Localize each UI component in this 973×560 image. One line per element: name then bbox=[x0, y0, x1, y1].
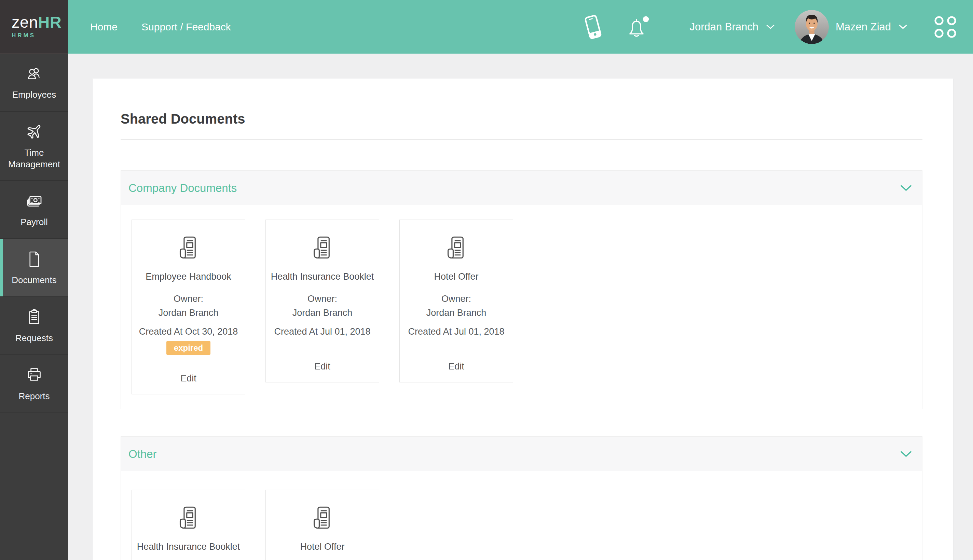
expired-badge: expired bbox=[166, 341, 210, 355]
owner-value: Jordan Branch bbox=[426, 308, 486, 318]
document-icon bbox=[174, 503, 203, 532]
user-menu[interactable]: Mazen Ziad bbox=[836, 21, 908, 33]
document-title: Employee Handbook bbox=[145, 271, 231, 283]
created-at: Created At Oct 30, 2018 bbox=[139, 327, 238, 337]
sidebar-item-time-management[interactable]: Time Management bbox=[0, 112, 68, 181]
topbar-right-cluster: Jordan Branch bbox=[586, 10, 973, 44]
sidebar-item-reports[interactable]: Reports bbox=[0, 355, 68, 413]
owner-label: Owner: bbox=[174, 294, 203, 304]
company-documents-header[interactable]: Company Documents bbox=[121, 171, 922, 205]
edit-link[interactable]: Edit bbox=[314, 361, 330, 372]
app-logo[interactable]: zenHR HRMS bbox=[0, 0, 68, 53]
section-title: Company Documents bbox=[129, 182, 237, 195]
document-title: Hotel Offer bbox=[300, 541, 344, 553]
logo-subtitle: HRMS bbox=[12, 32, 68, 39]
nav-support-feedback[interactable]: Support / Feedback bbox=[142, 21, 231, 33]
apps-grid-icon[interactable] bbox=[933, 15, 957, 39]
sidebar-item-employees[interactable]: Employees bbox=[0, 53, 68, 112]
logo-text: zenHR bbox=[12, 14, 68, 30]
requests-icon bbox=[24, 307, 44, 327]
time-management-icon bbox=[24, 122, 44, 142]
main-content: Shared Documents Company Documents bbox=[68, 53, 973, 560]
edit-link[interactable]: Edit bbox=[448, 361, 464, 372]
document-card: Hotel Offer Owner: Jordan Branch Created… bbox=[399, 220, 513, 382]
documents-icon bbox=[24, 249, 44, 269]
document-card: Employee Handbook Owner: Jordan Branch C… bbox=[132, 220, 245, 394]
sidebar-item-documents[interactable]: Documents bbox=[0, 239, 68, 297]
collapse-chevron-icon[interactable] bbox=[900, 185, 912, 192]
branch-name: Jordan Branch bbox=[689, 21, 758, 33]
notifications-bell-icon[interactable] bbox=[623, 16, 650, 38]
shared-documents-card: Shared Documents Company Documents bbox=[93, 78, 953, 560]
owner-value: Jordan Branch bbox=[292, 308, 352, 318]
document-icon bbox=[174, 233, 203, 262]
document-title: Hotel Offer bbox=[434, 271, 478, 283]
document-card: Health Insurance Booklet Owner: Jordan B… bbox=[265, 220, 379, 382]
chevron-down-icon bbox=[898, 24, 908, 30]
document-icon bbox=[442, 233, 471, 262]
collapse-chevron-icon[interactable] bbox=[900, 451, 912, 458]
user-avatar[interactable] bbox=[794, 10, 829, 44]
reports-icon bbox=[24, 365, 44, 385]
notification-dot bbox=[643, 16, 649, 22]
other-header[interactable]: Other bbox=[121, 437, 922, 471]
title-divider bbox=[120, 139, 923, 140]
created-at: Created At Jul 01, 2018 bbox=[274, 327, 371, 337]
section-other: Other Health I bbox=[120, 437, 923, 560]
owner-label: Owner: bbox=[441, 294, 471, 304]
branch-selector[interactable]: Jordan Branch bbox=[689, 21, 775, 33]
company-documents-body: Employee Handbook Owner: Jordan Branch C… bbox=[121, 205, 922, 409]
sidebar: Employees Time Management Payroll bbox=[0, 53, 68, 560]
section-title: Other bbox=[129, 448, 157, 461]
created-at: Created At Jul 01, 2018 bbox=[408, 327, 504, 337]
document-icon bbox=[308, 503, 337, 532]
sidebar-item-payroll[interactable]: Payroll bbox=[0, 181, 68, 239]
chevron-down-icon bbox=[766, 24, 775, 30]
owner-label: Owner: bbox=[307, 294, 337, 304]
document-card: Health Insurance Booklet bbox=[132, 490, 245, 560]
document-title: Health Insurance Booklet bbox=[137, 541, 240, 553]
employees-icon bbox=[24, 64, 44, 84]
topbar: zenHR HRMS Home Support / Feedback Jorda… bbox=[0, 0, 973, 53]
sidebar-item-requests[interactable]: Requests bbox=[0, 297, 68, 355]
user-name: Mazen Ziad bbox=[836, 21, 891, 33]
other-body: Health Insurance Booklet Hotel Offer bbox=[121, 471, 922, 560]
section-company-documents: Company Documents bbox=[120, 170, 923, 409]
edit-link[interactable]: Edit bbox=[180, 373, 197, 384]
payroll-icon bbox=[24, 191, 44, 211]
top-navigation: Home Support / Feedback bbox=[90, 21, 231, 33]
owner-value: Jordan Branch bbox=[159, 308, 219, 318]
page-title: Shared Documents bbox=[93, 78, 953, 127]
document-title: Health Insurance Booklet bbox=[271, 271, 374, 283]
document-icon bbox=[308, 233, 337, 262]
nav-home[interactable]: Home bbox=[90, 21, 117, 33]
document-card: Hotel Offer bbox=[265, 490, 379, 560]
mobile-app-icon[interactable] bbox=[583, 13, 604, 40]
